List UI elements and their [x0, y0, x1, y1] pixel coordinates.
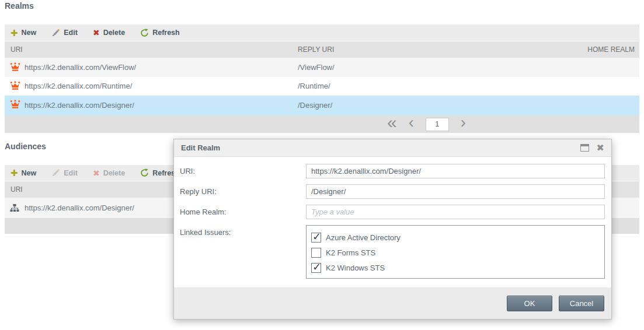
delete-x-icon: ✖	[93, 29, 100, 37]
uri-field-row: URI:	[180, 164, 605, 178]
pencil-icon	[51, 168, 60, 177]
realm-row-viewflow[interactable]: https://k2.denallix.com/ViewFlow/ /ViewF…	[5, 58, 639, 77]
page-number-box[interactable]: 1	[426, 118, 449, 131]
issuer-option-k2-forms-sts[interactable]: K2 Forms STS	[311, 245, 600, 260]
ok-button[interactable]: OK	[507, 296, 552, 311]
close-icon[interactable]: ✖	[597, 143, 604, 153]
realm-uri: https://k2.denallix.com/ViewFlow/	[25, 63, 136, 72]
realms-refresh-button[interactable]: Refresh	[140, 29, 180, 37]
first-page-icon[interactable]: «	[387, 114, 397, 131]
realms-delete-button[interactable]: ✖ Delete	[93, 29, 125, 37]
org-chart-icon	[10, 203, 19, 214]
delete-x-icon: ✖	[93, 169, 100, 177]
new-button-label: New	[22, 169, 37, 177]
realm-reply-uri: /Runtime/	[298, 82, 330, 90]
home-realm-field-row: Home Realm:	[180, 205, 605, 219]
new-button-label: New	[22, 29, 37, 37]
checkbox-k2-forms-sts[interactable]	[311, 248, 321, 258]
refresh-icon	[140, 168, 149, 177]
realm-uri: https://k2.denallix.com/Designer/	[25, 101, 134, 110]
crown-icon	[10, 62, 20, 73]
audiences-title: Audiences	[5, 142, 46, 151]
linked-issuers-list: Azure Active Directory K2 Forms STS K2 W…	[306, 225, 605, 279]
crown-icon	[10, 100, 20, 111]
checkbox-k2-windows-sts[interactable]	[311, 263, 321, 273]
dialog-footer: OK Cancel	[174, 287, 611, 319]
audiences-new-button[interactable]: ✚ New	[11, 168, 36, 177]
refresh-icon	[140, 29, 149, 37]
audience-uri: https://k2.denallix.com/Designer/	[25, 203, 134, 212]
column-header-reply-uri: REPLY URI	[298, 45, 334, 54]
linked-issuers-field-row: Linked Issuers: Azure Active Directory K…	[180, 225, 605, 279]
realms-new-button[interactable]: ✚ New	[11, 29, 36, 37]
home-realm-field-label: Home Realm:	[180, 205, 306, 219]
edit-button-label: Edit	[64, 169, 78, 177]
delete-button-label: Delete	[103, 169, 126, 177]
prev-page-icon[interactable]: ‹	[409, 115, 414, 131]
pagination-controls: « ‹ 1 ›	[387, 115, 466, 133]
maximize-icon[interactable]	[580, 144, 589, 152]
realm-reply-uri: /Designer/	[298, 101, 332, 110]
column-header-uri: URI	[11, 45, 23, 54]
issuer-label: Azure Active Directory	[326, 233, 401, 242]
realm-row-designer[interactable]: https://k2.denallix.com/Designer/ /Desig…	[5, 96, 639, 115]
cancel-button[interactable]: Cancel	[559, 296, 604, 311]
realms-pagination-bar: « ‹ 1 ›	[5, 115, 639, 133]
column-header-uri: URI	[11, 185, 23, 194]
audiences-edit-button[interactable]: Edit	[51, 168, 78, 177]
dialog-title-bar: Edit Realm ✖	[174, 139, 611, 157]
realms-title: Realms	[5, 1, 34, 10]
column-header-home-realm: HOME REALM	[587, 45, 635, 54]
linked-issuers-field-label: Linked Issuers:	[180, 225, 306, 240]
audiences-delete-button[interactable]: ✖ Delete	[93, 169, 125, 177]
realms-grid-header: URI REPLY URI HOME REALM	[5, 41, 639, 58]
delete-button-label: Delete	[103, 29, 126, 37]
crown-icon	[10, 81, 20, 92]
realms-edit-button[interactable]: Edit	[51, 29, 78, 37]
pencil-icon	[51, 29, 60, 37]
reply-uri-field-label: Reply URI:	[180, 184, 306, 199]
reply-uri-field-row: Reply URI:	[180, 184, 605, 199]
edit-realm-dialog: Edit Realm ✖ URI: Reply URI: Home Realm:…	[173, 139, 612, 320]
next-page-icon[interactable]: ›	[461, 115, 466, 131]
home-realm-input[interactable]	[306, 205, 605, 219]
issuer-label: K2 Forms STS	[326, 248, 375, 257]
plus-icon: ✚	[11, 29, 18, 37]
edit-button-label: Edit	[64, 29, 78, 37]
realm-row-runtime[interactable]: https://k2.denallix.com/Runtime/ /Runtim…	[5, 77, 639, 96]
refresh-button-label: Refresh	[152, 29, 180, 37]
k2-management-page: Realms ✚ New Edit ✖ Delete	[0, 0, 644, 330]
reply-uri-input[interactable]	[306, 184, 605, 199]
uri-input[interactable]	[306, 164, 605, 178]
dialog-body: URI: Reply URI: Home Realm: Linked Issue…	[174, 157, 611, 287]
issuer-option-k2-windows-sts[interactable]: K2 Windows STS	[311, 260, 600, 275]
realm-reply-uri: /ViewFlow/	[298, 63, 335, 72]
issuer-option-azure-ad[interactable]: Azure Active Directory	[311, 230, 600, 245]
plus-icon: ✚	[11, 168, 18, 177]
uri-field-label: URI:	[180, 164, 306, 178]
checkbox-azure-ad[interactable]	[311, 233, 321, 243]
issuer-label: K2 Windows STS	[326, 264, 385, 272]
realms-toolbar: ✚ New Edit ✖ Delete	[5, 24, 639, 41]
realm-uri: https://k2.denallix.com/Runtime/	[25, 82, 132, 90]
dialog-title: Edit Realm	[181, 143, 580, 152]
